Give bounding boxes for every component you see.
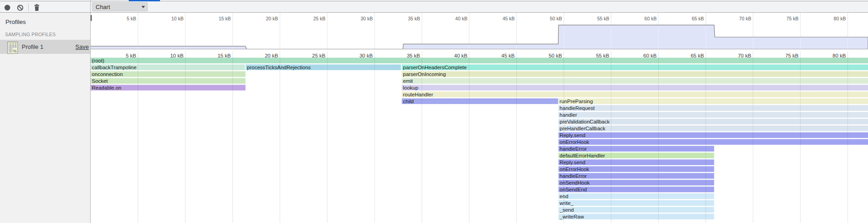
svg-text:30 kB: 30 kB: [361, 16, 373, 21]
svg-text:parserOnHeadersComplete: parserOnHeadersComplete: [403, 65, 467, 70]
svg-text:5 kB: 5 kB: [126, 16, 136, 21]
svg-text:handleError: handleError: [560, 173, 587, 179]
svg-text:parserOnIncoming: parserOnIncoming: [403, 71, 446, 77]
svg-text:70 kB: 70 kB: [739, 16, 752, 21]
svg-text:lookup: lookup: [403, 85, 418, 90]
svg-text:45 kB: 45 kB: [503, 16, 515, 21]
svg-text:55 kB: 55 kB: [597, 16, 609, 21]
svg-text:(root): (root): [92, 58, 105, 63]
svg-text:handleError: handleError: [560, 146, 587, 152]
svg-text:65 kB: 65 kB: [692, 16, 704, 21]
svg-text:10 kB: 10 kB: [171, 16, 184, 21]
svg-text:onconnection: onconnection: [92, 71, 123, 77]
svg-text:onSendHook: onSendHook: [560, 180, 590, 185]
svg-text:_writeRaw: _writeRaw: [559, 214, 584, 219]
svg-text:20 kB: 20 kB: [266, 16, 278, 21]
svg-text:%: %: [13, 49, 17, 53]
svg-text:emit: emit: [403, 78, 413, 84]
svg-text:child: child: [403, 99, 414, 104]
svg-text:handleRequest: handleRequest: [560, 105, 595, 111]
svg-text:Readable.on: Readable.on: [92, 85, 121, 90]
svg-text:preValidationCallback: preValidationCallback: [560, 119, 610, 124]
svg-text:Socket: Socket: [92, 78, 108, 84]
svg-text:defaultErrorHandler: defaultErrorHandler: [560, 153, 606, 158]
svg-text:_send: _send: [559, 207, 574, 213]
svg-text:onErrorHook: onErrorHook: [560, 166, 589, 172]
svg-text:60 kB: 60 kB: [645, 16, 657, 21]
svg-text:processTicksAndRejections: processTicksAndRejections: [247, 65, 311, 70]
svg-text:handler: handler: [560, 112, 577, 118]
svg-text:end: end: [560, 194, 568, 199]
svg-text:Reply.send: Reply.send: [560, 133, 586, 138]
svg-text:50 kB: 50 kB: [550, 16, 562, 21]
svg-text:runPreParsing: runPreParsing: [560, 99, 593, 104]
svg-text:write_: write_: [559, 200, 574, 206]
svg-text:preHandlerCallback: preHandlerCallback: [560, 126, 606, 131]
svg-text:Reply.send: Reply.send: [560, 160, 586, 165]
svg-text:35 kB: 35 kB: [408, 16, 420, 21]
svg-text:callbackTrampoline: callbackTrampoline: [92, 65, 137, 70]
svg-text:onErrorHook: onErrorHook: [560, 139, 589, 145]
svg-text:routeHandler: routeHandler: [403, 92, 433, 97]
svg-text:15 kB: 15 kB: [218, 16, 231, 21]
svg-text:onSendEnd: onSendEnd: [560, 187, 587, 192]
svg-text:80 kB: 80 kB: [834, 16, 846, 21]
svg-text:40 kB: 40 kB: [455, 16, 467, 21]
svg-text:75 kB: 75 kB: [786, 16, 799, 21]
svg-text:25 kB: 25 kB: [313, 16, 325, 21]
